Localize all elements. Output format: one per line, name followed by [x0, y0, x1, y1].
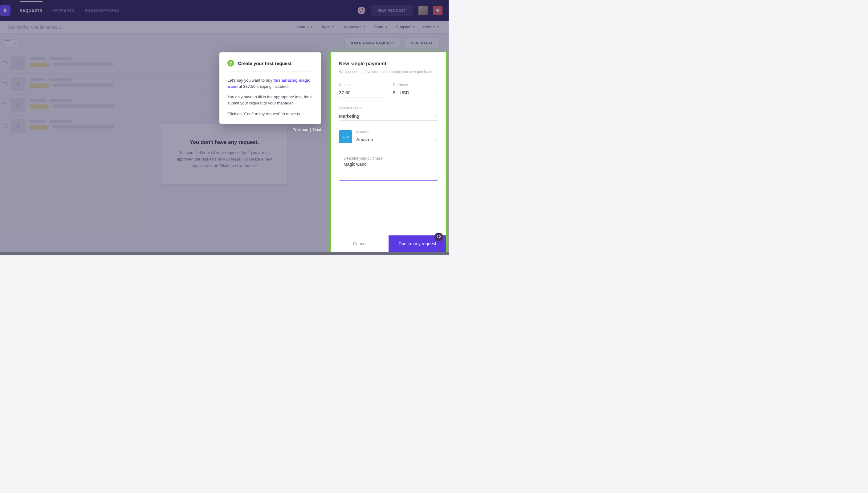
app-logo[interactable]	[0, 5, 10, 16]
supplier-select[interactable]	[356, 135, 438, 144]
caret-down-icon: ▼	[363, 26, 365, 29]
favorites-icon[interactable]	[433, 6, 442, 15]
empty-state-title: You don't have any request.	[173, 139, 275, 146]
description-label: Describe your purchase	[344, 156, 434, 160]
item-icon: $	[11, 77, 25, 91]
supplier-logo	[339, 130, 352, 143]
row-checkbox[interactable]	[3, 124, 7, 128]
caret-down-icon: ▼	[413, 26, 415, 29]
nav-tab-payments[interactable]: PAYMENTS	[52, 1, 75, 20]
make-new-request-button[interactable]: MAKE A NEW REQUEST	[345, 38, 400, 48]
tooltip-paragraph: Let's say you want to buy this amazing m…	[227, 77, 313, 90]
amount-label: Amount	[339, 83, 384, 87]
nav-tab-subscriptions[interactable]: SUBSCRIPTIONS	[85, 1, 119, 20]
caret-down-icon: ▼	[437, 26, 439, 29]
user-avatar[interactable]	[418, 6, 428, 15]
supplier-label: Supplier	[356, 129, 438, 134]
nav-tab-requests[interactable]: REQUESTS	[20, 1, 43, 20]
filter-period[interactable]: Period▼	[424, 25, 440, 29]
new-request-panel: New single payment We just need a few in…	[330, 52, 447, 253]
caret-down-icon: ▾	[12, 42, 17, 45]
description-textarea[interactable]	[344, 162, 434, 176]
row-checkbox[interactable]	[3, 82, 7, 86]
caret-down-icon: ▼	[331, 26, 334, 29]
top-navigation: REQUESTS PAYMENTS SUBSCRIPTIONS NEW REQU…	[0, 0, 449, 21]
caret-down-icon: ▼	[310, 26, 313, 29]
amount-input[interactable]	[339, 89, 384, 98]
filter-bar: Status▼ Type▼ Requester▼ Team▼ Supplier▼…	[0, 21, 449, 34]
row-checkbox[interactable]	[3, 103, 7, 107]
item-icon: $	[11, 56, 25, 70]
action-bar: ▾ MAKE A NEW REQUEST HIDE PANEL	[0, 34, 449, 53]
item-icon: $	[11, 119, 25, 133]
filter-status[interactable]: Status▼	[297, 25, 313, 29]
onboarding-tooltip: ? Create your first request Let's say yo…	[219, 52, 321, 124]
empty-state: You don't have any request. You can find…	[161, 124, 288, 185]
tooltip-prev[interactable]: Previous	[292, 127, 308, 132]
tooltip-nav: Previous|Next	[292, 127, 321, 132]
item-icon: $	[11, 98, 25, 112]
currency-label: Currency	[393, 83, 438, 87]
tooltip-title: Create your first request	[238, 61, 291, 66]
filter-supplier[interactable]: Supplier▼	[396, 25, 415, 29]
description-field[interactable]: Describe your purchase	[339, 153, 438, 180]
panel-title: New single payment	[339, 61, 438, 67]
hide-panel-button[interactable]: HIDE PANEL	[405, 38, 439, 48]
question-icon: ?	[227, 60, 234, 67]
row-checkbox[interactable]	[3, 61, 7, 65]
help-icon[interactable]	[358, 7, 365, 14]
filter-type[interactable]: Type▼	[321, 25, 334, 29]
search-input[interactable]	[0, 25, 288, 29]
caret-down-icon: ▼	[385, 26, 388, 29]
tooltip-paragraph: You only have to fill in the appropriate…	[227, 94, 313, 106]
filter-team[interactable]: Team▼	[373, 25, 388, 29]
panel-subtitle: We just need a few information about you…	[339, 69, 438, 74]
currency-select[interactable]	[393, 89, 438, 98]
notification-badge[interactable]: 12	[434, 233, 443, 241]
select-all-checkbox[interactable]	[5, 40, 10, 46]
tooltip-next[interactable]: Next	[313, 127, 321, 132]
filter-requester[interactable]: Requester▼	[342, 25, 365, 29]
bottom-bar	[0, 252, 449, 255]
team-select[interactable]	[339, 112, 438, 121]
empty-state-body: You can find here all your requests (or …	[173, 150, 275, 169]
tooltip-paragraph: Click on "Confirm my request" to move on…	[227, 111, 313, 117]
cancel-button[interactable]: Cancel	[331, 235, 389, 252]
select-all-dropdown[interactable]: ▾	[3, 39, 17, 47]
new-request-button[interactable]: NEW REQUEST	[371, 5, 413, 16]
team-label: Select a team	[339, 106, 438, 110]
